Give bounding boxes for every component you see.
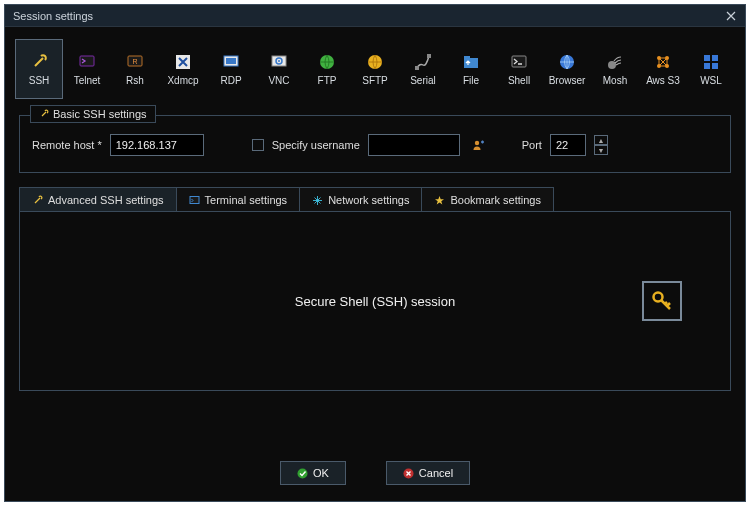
protocol-label: Mosh [603,75,627,86]
protocol-label: RDP [220,75,241,86]
file-icon [462,53,480,71]
protocol-label: VNC [268,75,289,86]
svg-point-30 [297,468,307,478]
tabs-wrapper: Advanced SSH settingsTerminal settingsNe… [19,187,731,391]
tabs-bar: Advanced SSH settingsTerminal settingsNe… [19,187,731,212]
key-icon [650,289,674,313]
protocol-vnc[interactable]: VNC [255,39,303,99]
svg-rect-23 [712,55,718,61]
protocol-label: Aws S3 [646,75,680,86]
network-icon [312,195,323,206]
protocol-browser[interactable]: Browser [543,39,591,99]
close-icon[interactable] [723,8,739,24]
svg-point-26 [475,141,479,145]
protocol-label: SFTP [362,75,388,86]
tab-terminal-settings[interactable]: Terminal settings [177,187,301,212]
protocol-rdp[interactable]: RDP [207,39,255,99]
protocol-serial[interactable]: Serial [399,39,447,99]
protocol-rsh[interactable]: RRsh [111,39,159,99]
specify-username-checkbox[interactable] [252,139,264,151]
wsl-icon [702,53,720,71]
protocol-label: Browser [549,75,586,86]
protocol-xdmcp[interactable]: Xdmcp [159,39,207,99]
protocol-wsl[interactable]: WSL [687,39,735,99]
protocol-telnet[interactable]: Telnet [63,39,111,99]
legend-text: Basic SSH settings [53,108,147,120]
rsh-icon: R [126,53,144,71]
wrench-icon [39,109,49,119]
tab-label: Network settings [328,194,409,206]
remote-host-input[interactable] [110,134,204,156]
terminal-icon [189,195,200,206]
protocol-file[interactable]: File [447,39,495,99]
wrench-icon [32,195,43,206]
tab-label: Advanced SSH settings [48,194,164,206]
ok-check-icon [297,468,308,479]
mosh-icon [606,53,624,71]
ssh-icon [30,53,48,71]
svg-point-8 [278,60,280,62]
svg-rect-27 [190,196,199,203]
star-icon [434,195,445,206]
svg-point-17 [608,61,616,69]
tab-content: Secure Shell (SSH) session [19,211,731,391]
svg-rect-25 [712,63,718,69]
rdp-icon [222,53,240,71]
protocol-label: Xdmcp [167,75,198,86]
svg-rect-12 [427,54,431,58]
dialog-footer: OK Cancel [5,449,745,501]
protocol-label: WSL [700,75,722,86]
protocol-label: FTP [318,75,337,86]
aws-icon [654,53,672,71]
key-button[interactable] [642,281,682,321]
port-label: Port [522,139,542,151]
protocol-mosh[interactable]: Mosh [591,39,639,99]
username-input[interactable] [368,134,460,156]
basic-ssh-fieldset: Basic SSH settings Remote host * Specify… [19,115,731,173]
vnc-icon [270,53,288,71]
svg-rect-14 [464,56,470,59]
shell-icon [510,53,528,71]
svg-rect-24 [704,63,710,69]
tab-label: Bookmark settings [450,194,540,206]
ok-label: OK [313,467,329,479]
svg-rect-22 [704,55,710,61]
svg-rect-15 [512,56,526,67]
window-title: Session settings [13,10,93,22]
svg-rect-5 [226,58,236,64]
svg-rect-11 [415,66,419,70]
protocol-awss3[interactable]: Aws S3 [639,39,687,99]
protocol-label: File [463,75,479,86]
session-type-label: Secure Shell (SSH) session [295,294,455,309]
tab-network-settings[interactable]: Network settings [300,187,422,212]
protocol-shell[interactable]: Shell [495,39,543,99]
cancel-button[interactable]: Cancel [386,461,470,485]
tab-advanced-ssh-settings[interactable]: Advanced SSH settings [19,187,177,212]
protocol-label: Telnet [74,75,101,86]
user-picker-icon[interactable] [468,135,488,155]
ok-button[interactable]: OK [280,461,346,485]
session-settings-dialog: Session settings SSHTelnetRRshXdmcpRDPVN… [4,4,746,502]
xdmcp-icon [174,53,192,71]
basic-row: Remote host * Specify username Port ▲▼ [32,134,718,156]
browser-icon [558,53,576,71]
cancel-label: Cancel [419,467,453,479]
protocol-ssh[interactable]: SSH [15,39,63,99]
telnet-icon [78,53,96,71]
content-area: Basic SSH settings Remote host * Specify… [5,109,745,449]
protocol-label: Shell [508,75,530,86]
cancel-x-icon [403,468,414,479]
protocol-ftp[interactable]: FTP [303,39,351,99]
protocol-label: Rsh [126,75,144,86]
port-spinner[interactable]: ▲▼ [594,135,608,155]
protocol-sftp[interactable]: SFTP [351,39,399,99]
tab-bookmark-settings[interactable]: Bookmark settings [422,187,553,212]
serial-icon [414,53,432,71]
svg-rect-0 [80,56,94,66]
svg-text:R: R [132,58,137,65]
tab-label: Terminal settings [205,194,288,206]
ftp-icon [318,53,336,71]
port-input[interactable] [550,134,586,156]
protocol-label: Serial [410,75,436,86]
protocol-toolbar: SSHTelnetRRshXdmcpRDPVNCFTPSFTPSerialFil… [5,27,745,109]
